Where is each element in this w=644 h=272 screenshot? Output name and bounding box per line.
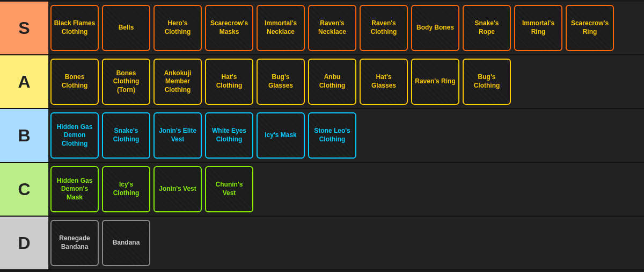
item-card-s-7[interactable]: Body Bones <box>411 5 459 51</box>
tier-row-d: DRenegade BandanaBandana <box>0 217 644 270</box>
tier-label-c: C <box>0 163 48 216</box>
item-card-s-10[interactable]: Scarecrow's Ring <box>566 5 614 51</box>
tier-items-s: Black Flames ClothingBellsHero's Clothin… <box>48 2 644 54</box>
tier-items-a: Bones ClothingBones Clothing (Torn)Ankok… <box>48 55 644 108</box>
item-card-c-0[interactable]: Hidden Gas Demon's Mask <box>50 166 99 212</box>
tier-items-b: Hidden Gas Demon ClothingSnake's Clothin… <box>48 109 644 162</box>
item-card-b-2[interactable]: Jonin's Elite Vest <box>153 112 202 159</box>
item-card-c-1[interactable]: Icy's Clothing <box>102 166 150 212</box>
tier-row-b: BHidden Gas Demon ClothingSnake's Clothi… <box>0 109 644 163</box>
item-card-s-2[interactable]: Hero's Clothing <box>153 5 202 51</box>
item-card-a-2[interactable]: Ankokuji Member Clothing <box>153 59 202 105</box>
item-card-a-8[interactable]: Bug's Clothing <box>463 59 511 105</box>
item-card-b-3[interactable]: White Eyes Clothing <box>205 112 253 159</box>
item-card-c-2[interactable]: Jonin's Vest <box>153 166 202 212</box>
item-card-a-5[interactable]: Anbu Clothing <box>308 59 356 105</box>
item-card-s-4[interactable]: Immortal's Necklace <box>257 5 305 51</box>
tier-label-s: S <box>0 2 48 54</box>
item-card-s-3[interactable]: Scarecrow's Masks <box>205 5 253 51</box>
item-card-d-0[interactable]: Renegade Bandana <box>50 220 99 266</box>
item-card-b-4[interactable]: Icy's Mask <box>257 112 305 159</box>
item-card-s-1[interactable]: Bells <box>102 5 150 51</box>
tier-items-c: Hidden Gas Demon's MaskIcy's ClothingJon… <box>48 163 644 216</box>
tier-label-d: D <box>0 217 48 269</box>
tier-label-a: A <box>0 55 48 108</box>
item-card-b-5[interactable]: Stone Leo's Clothing <box>308 112 356 159</box>
item-card-a-6[interactable]: Hat's Glasses <box>360 59 408 105</box>
item-card-b-0[interactable]: Hidden Gas Demon Clothing <box>50 112 99 159</box>
item-card-a-0[interactable]: Bones Clothing <box>50 59 99 105</box>
item-card-a-7[interactable]: Raven's Ring <box>411 59 459 105</box>
item-card-a-4[interactable]: Bug's Glasses <box>257 59 305 105</box>
item-card-s-6[interactable]: Raven's Clothing <box>360 5 408 51</box>
tier-items-d: Renegade BandanaBandana <box>48 217 644 269</box>
item-card-s-0[interactable]: Black Flames Clothing <box>50 5 99 51</box>
item-card-s-9[interactable]: Immortal's Ring <box>514 5 562 51</box>
item-card-a-3[interactable]: Hat's Clothing <box>205 59 253 105</box>
tier-label-b: B <box>0 109 48 162</box>
item-card-d-1[interactable]: Bandana <box>102 220 150 266</box>
tier-row-s: SBlack Flames ClothingBellsHero's Clothi… <box>0 2 644 55</box>
item-card-s-5[interactable]: Raven's Necklace <box>308 5 356 51</box>
item-card-c-3[interactable]: Chunin's Vest <box>205 166 253 212</box>
item-card-s-8[interactable]: Snake's Rope <box>463 5 511 51</box>
item-card-a-1[interactable]: Bones Clothing (Torn) <box>102 59 150 105</box>
item-card-b-1[interactable]: Snake's Clothing <box>102 112 150 159</box>
tier-list: SBlack Flames ClothingBellsHero's Clothi… <box>0 2 644 270</box>
tier-row-c: CHidden Gas Demon's MaskIcy's ClothingJo… <box>0 163 644 217</box>
tier-row-a: ABones ClothingBones Clothing (Torn)Anko… <box>0 55 644 109</box>
